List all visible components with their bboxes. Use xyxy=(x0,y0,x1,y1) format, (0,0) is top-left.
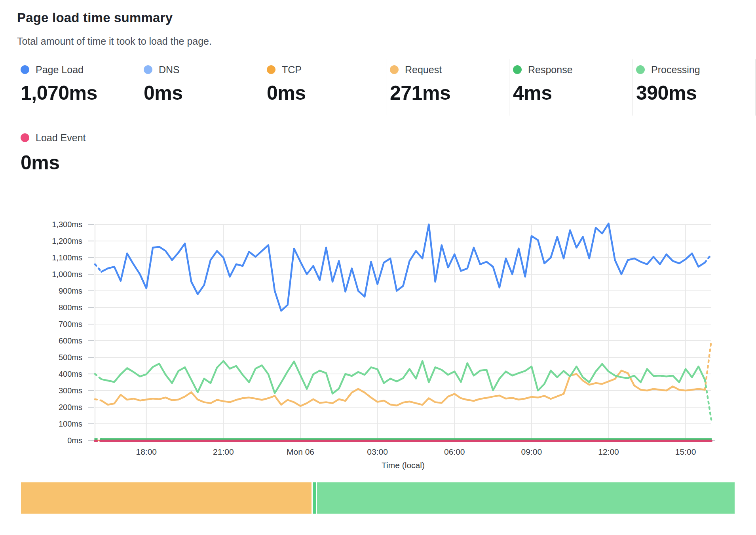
x-axis-label: 21:00 xyxy=(213,447,234,456)
response-dot-icon xyxy=(513,65,522,74)
stat-value: 0ms xyxy=(144,82,263,104)
x-axis-label: Mon 06 xyxy=(287,447,314,456)
stats-row: Page Load 1,070ms DNS 0ms TCP 0ms Reques… xyxy=(17,59,756,116)
stat-tcp: TCP 0ms xyxy=(263,59,386,116)
y-axis-label: 1,000ms xyxy=(52,270,82,279)
stat-label: Processing xyxy=(651,64,700,76)
series-processing xyxy=(705,380,711,420)
y-axis-label: 0ms xyxy=(67,436,82,445)
y-axis-label: 1,200ms xyxy=(52,237,82,245)
x-axis-label: 03:00 xyxy=(367,447,388,456)
page-subtitle: Total amount of time it took to load the… xyxy=(17,36,212,47)
status-timeline-bar[interactable] xyxy=(21,482,735,514)
stat-page-load: Page Load 1,070ms xyxy=(17,59,140,116)
page-load-summary-panel: Page load time summary Total amount of t… xyxy=(0,0,756,535)
timeline-segment-0[interactable] xyxy=(21,482,312,514)
series-page-load xyxy=(705,254,711,263)
stat-value: 4ms xyxy=(513,82,632,104)
y-axis-label: 600ms xyxy=(59,336,82,345)
y-axis-label: 1,100ms xyxy=(52,253,82,262)
page-title: Page load time summary xyxy=(17,10,173,25)
chart-canvas[interactable]: 0ms100ms200ms300ms400ms500ms600ms700ms80… xyxy=(0,170,756,479)
x-axis-label: 06:00 xyxy=(444,447,465,456)
y-axis-label: 400ms xyxy=(59,370,82,378)
series-request xyxy=(95,399,101,400)
tcp-dot-icon xyxy=(267,65,275,74)
y-axis-label: 200ms xyxy=(59,403,82,412)
stat-value: 1,070ms xyxy=(21,82,140,104)
stat-label: DNS xyxy=(159,64,180,76)
y-axis-label: 1,300ms xyxy=(52,220,82,229)
dns-dot-icon xyxy=(144,65,152,74)
y-axis-label: 500ms xyxy=(59,353,82,362)
series-processing xyxy=(95,374,101,379)
y-axis-label: 100ms xyxy=(59,419,82,428)
stat-value: 390ms xyxy=(636,82,755,104)
x-axis-label: 09:00 xyxy=(521,447,542,456)
y-axis-label: 700ms xyxy=(59,320,82,328)
stat-request: Request 271ms xyxy=(386,59,509,116)
series-request xyxy=(705,341,711,390)
stat-processing: Processing 390ms xyxy=(633,59,756,116)
timeline-segment-2[interactable] xyxy=(317,482,735,514)
stat-label: Page Load xyxy=(36,64,84,76)
y-axis-label: 800ms xyxy=(59,303,82,312)
processing-dot-icon xyxy=(636,65,645,74)
stat-label: Response xyxy=(528,64,573,76)
series-processing xyxy=(101,361,705,393)
stat-value: 271ms xyxy=(390,82,509,104)
x-axis-label: 18:00 xyxy=(136,447,157,456)
series-page-load xyxy=(101,224,705,311)
stat-label: Request xyxy=(405,64,442,76)
load-event-dot-icon xyxy=(21,133,29,142)
stat-label: Load Event xyxy=(36,132,86,144)
stat-response: Response 4ms xyxy=(509,59,633,116)
series-page-load xyxy=(95,264,101,272)
stat-value: 0ms xyxy=(267,82,386,104)
page-load-dot-icon xyxy=(21,65,29,74)
stat-dns: DNS 0ms xyxy=(140,59,263,116)
y-axis-label: 300ms xyxy=(59,386,82,395)
x-axis-title: Time (local) xyxy=(382,461,425,470)
x-axis-label: 15:00 xyxy=(675,447,696,456)
x-axis-label: 12:00 xyxy=(598,447,619,456)
timeline-segment-1[interactable] xyxy=(313,482,316,514)
y-axis-label: 900ms xyxy=(59,286,82,295)
request-dot-icon xyxy=(390,65,399,74)
stat-load-event: Load Event 0ms xyxy=(17,129,86,174)
stat-label: TCP xyxy=(282,64,302,76)
page-load-time-chart[interactable]: 0ms100ms200ms300ms400ms500ms600ms700ms80… xyxy=(0,170,756,479)
